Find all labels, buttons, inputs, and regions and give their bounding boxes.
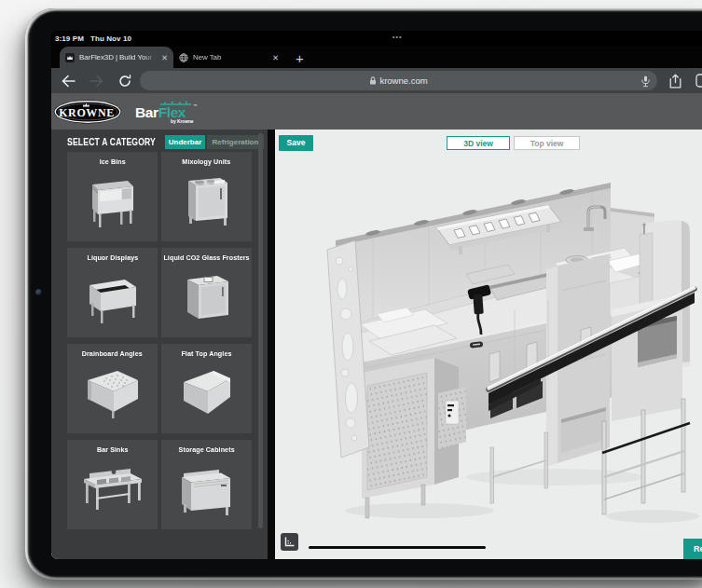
review-order-button[interactable]: Review Order — [683, 539, 702, 559]
status-menu-dots[interactable]: ••• — [392, 34, 402, 40]
category-grid: Ice Bins — [67, 152, 252, 529]
barflex-logo: BarFlex ™ by Krowne — [135, 97, 200, 127]
glass-frosters-image — [174, 262, 240, 337]
status-bar: 3:19 PM Thu Nov 10 ••• — [51, 31, 702, 46]
web-page: KROWNE ® BarFlex ™ by Krowne — [51, 93, 702, 559]
bar-sinks-image — [76, 454, 149, 529]
tab-underbar[interactable]: Underbar — [165, 135, 205, 149]
forward-button[interactable] — [89, 75, 104, 88]
tab-barflex[interactable]: BarFlex3D | Build Your D ✕ — [60, 47, 173, 68]
bar-3d-model[interactable] — [317, 170, 702, 535]
tablet-frame: 3:19 PM Thu Nov 10 ••• BarFlex3D | Build… — [25, 8, 702, 580]
tab-close-icon[interactable]: ✕ — [272, 53, 279, 62]
category-card-liquor-displays[interactable]: Liquor Displays — [67, 248, 158, 337]
category-card-glass-frosters[interactable]: Liquid CO2 Glass Frosters — [161, 248, 252, 337]
back-button[interactable] — [61, 75, 76, 88]
floor-reference-line — [309, 546, 486, 549]
tabs-overview-icon[interactable] — [695, 74, 702, 88]
site-header: KROWNE ® BarFlex ™ by Krowne — [51, 93, 702, 130]
krowne-favicon-icon — [65, 53, 75, 62]
svg-text:™: ™ — [193, 103, 198, 108]
status-date: Thu Nov 10 — [90, 34, 131, 43]
browser-toolbar: krowne.com — [51, 68, 702, 93]
tab-close-icon[interactable]: ✕ — [161, 53, 168, 62]
sidebar-divider — [268, 130, 275, 559]
mixology-units-image — [173, 166, 241, 241]
reload-button[interactable] — [118, 75, 131, 88]
address-text: krowne.com — [379, 75, 427, 86]
svg-text:BarFlex: BarFlex — [135, 104, 186, 120]
view-toggle: 3D view Top view — [447, 136, 580, 150]
tab-new-tab[interactable]: New Tab ✕ — [173, 47, 284, 68]
sidebar-heading: SELECT A CATEGORY — [67, 137, 156, 147]
category-card-flat-top-angles[interactable]: Flat Top Angles — [161, 344, 252, 433]
address-bar[interactable]: krowne.com — [140, 71, 657, 90]
save-button[interactable]: Save — [279, 135, 313, 151]
tab-title: New Tab — [193, 53, 268, 62]
lock-icon — [369, 76, 377, 85]
view-button-3d[interactable]: 3D view — [447, 136, 510, 150]
app-content: SELECT A CATEGORY Underbar Refrigeration… — [51, 130, 702, 559]
mic-icon[interactable] — [641, 75, 650, 91]
krowne-logo[interactable]: KROWNE ® — [53, 100, 122, 124]
new-tab-button[interactable]: + — [296, 51, 304, 65]
tablet-screen: 3:19 PM Thu Nov 10 ••• BarFlex3D | Build… — [51, 31, 702, 559]
category-card-ice-bins[interactable]: Ice Bins — [67, 152, 158, 241]
tab-refrigeration[interactable]: Refrigeration — [207, 135, 264, 149]
globe-favicon-icon — [179, 53, 188, 62]
ice-bins-image — [79, 166, 146, 241]
sidebar-scrollbar[interactable] — [258, 133, 263, 528]
category-card-bar-sinks[interactable]: Bar Sinks — [67, 440, 158, 529]
share-icon[interactable] — [669, 74, 681, 89]
tab-title: BarFlex3D | Build Your D — [79, 53, 158, 62]
category-sidebar: SELECT A CATEGORY Underbar Refrigeration… — [51, 130, 268, 559]
drainboard-angles-image — [78, 358, 147, 433]
status-time: 3:19 PM — [55, 34, 84, 43]
category-card-mixology-units[interactable]: Mixology Units — [161, 152, 252, 241]
design-canvas[interactable]: Save 3D view Top view — [275, 130, 702, 559]
flat-top-angles-image — [172, 358, 241, 433]
storage-cabinets-image — [172, 454, 241, 529]
category-card-storage-cabinets[interactable]: Storage Cabinets — [161, 440, 252, 529]
liquor-displays-image — [78, 262, 147, 337]
krowne-logo-text: KROWNE — [59, 106, 115, 119]
dimension-tool-button[interactable] — [281, 533, 298, 551]
svg-text:by Krowne: by Krowne — [171, 119, 194, 124]
tab-strip: BarFlex3D | Build Your D ✕ New Tab ✕ + — [51, 46, 702, 68]
stage: 3:19 PM Thu Nov 10 ••• BarFlex3D | Build… — [0, 0, 702, 588]
category-card-drainboard-angles[interactable]: Drainboard Angles — [67, 344, 158, 433]
front-camera — [35, 289, 42, 295]
view-button-top[interactable]: Top view — [514, 136, 580, 150]
